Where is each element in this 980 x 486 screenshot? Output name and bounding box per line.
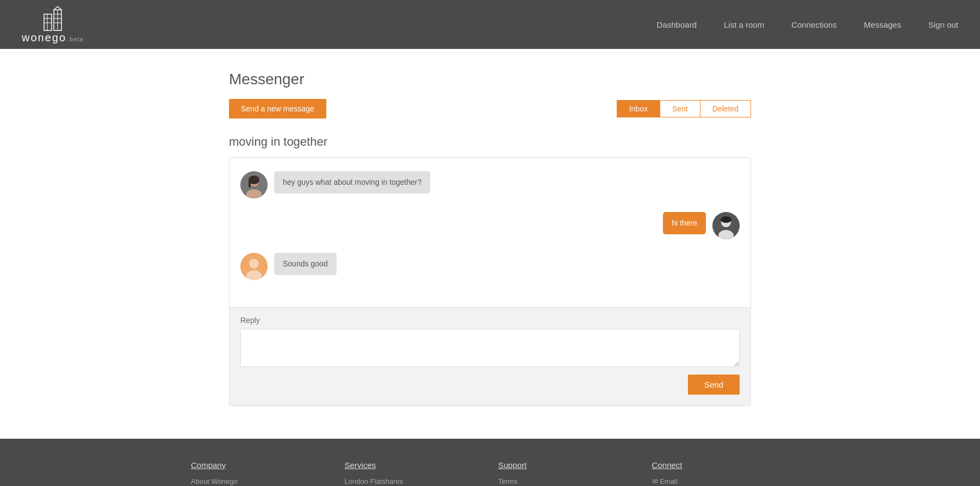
reply-label: Reply xyxy=(240,316,740,325)
main-nav: Dashboard List a room Connections Messag… xyxy=(657,20,958,29)
svg-rect-13 xyxy=(249,180,251,188)
footer-support-heading: Support xyxy=(498,460,636,470)
inbox-tabs: Inbox Sent Deleted xyxy=(617,100,751,117)
main-content: Messenger Send a new message Inbox Sent … xyxy=(218,49,762,439)
nav-signout[interactable]: Sign out xyxy=(928,20,958,29)
header: wonego .beta Dashboard List a room Conne… xyxy=(0,0,980,49)
nav-connections[interactable]: Connections xyxy=(791,20,836,29)
conversation-title: moving in together xyxy=(229,135,751,149)
reply-area: Reply Send xyxy=(230,307,750,406)
message-row: hi there xyxy=(240,212,740,239)
footer-connect: Connect ✉ Email f Facebook in LinkedIn xyxy=(652,460,790,486)
message-row: Sounds good xyxy=(240,253,740,280)
footer-link-about[interactable]: About Wonego xyxy=(191,477,328,485)
footer-company: Company About Wonego Blog xyxy=(191,460,328,486)
message-row: hey guys what about moving in together? xyxy=(240,171,740,198)
reply-textarea[interactable] xyxy=(240,329,740,367)
footer-support: Support Terms Privacy xyxy=(498,460,636,486)
footer-services-heading: Services xyxy=(345,460,482,470)
conversation-box: hey guys what about moving in together? … xyxy=(229,157,751,406)
svg-point-17 xyxy=(721,216,731,223)
tab-inbox[interactable]: Inbox xyxy=(617,100,660,117)
footer-link-flatshares[interactable]: London Flatshares xyxy=(345,477,482,485)
footer-grid: Company About Wonego Blog Services Londo… xyxy=(191,460,789,486)
footer-link-email[interactable]: ✉ Email xyxy=(652,477,790,485)
logo: wonego .beta xyxy=(22,5,84,44)
logo-text: wonego xyxy=(22,32,66,44)
send-row: Send xyxy=(240,375,740,395)
nav-dashboard[interactable]: Dashboard xyxy=(657,20,697,29)
avatar-guy xyxy=(712,212,740,239)
avatar-girl xyxy=(240,171,268,198)
new-message-button[interactable]: Send a new message xyxy=(229,99,326,119)
message-bubble-1: hey guys what about moving in together? xyxy=(274,171,430,194)
logo-beta: .beta xyxy=(67,36,83,42)
footer-link-terms[interactable]: Terms xyxy=(498,477,636,485)
message-bubble-3: Sounds good xyxy=(274,253,337,275)
logo-icon xyxy=(42,5,64,32)
svg-rect-0 xyxy=(44,14,52,30)
tab-sent[interactable]: Sent xyxy=(660,100,700,117)
avatar-anon xyxy=(240,253,268,280)
page-title: Messenger xyxy=(229,71,751,88)
footer-company-heading: Company xyxy=(191,460,328,470)
messages-area: hey guys what about moving in together? … xyxy=(230,158,750,307)
footer: Company About Wonego Blog Services Londo… xyxy=(0,439,980,486)
message-bubble-2: hi there xyxy=(663,212,706,234)
nav-messages[interactable]: Messages xyxy=(864,20,901,29)
footer-connect-heading: Connect xyxy=(652,460,790,470)
top-bar: Send a new message Inbox Sent Deleted xyxy=(229,99,751,119)
send-button[interactable]: Send xyxy=(688,375,740,395)
email-icon: ✉ xyxy=(652,477,660,485)
tab-deleted[interactable]: Deleted xyxy=(700,100,751,117)
footer-services: Services London Flatshares xyxy=(345,460,482,486)
svg-point-19 xyxy=(249,259,259,269)
nav-list-room[interactable]: List a room xyxy=(724,20,764,29)
